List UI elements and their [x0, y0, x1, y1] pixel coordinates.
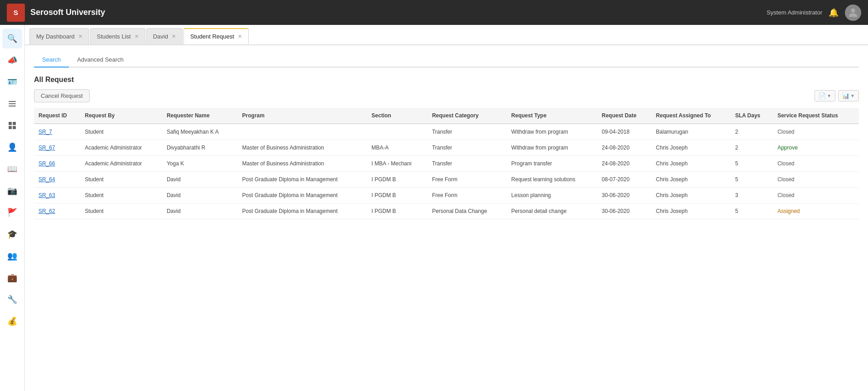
cell-status-5: Assigned	[773, 203, 859, 219]
pdf-caret-icon: ▼	[827, 93, 831, 98]
cell-sla-days-4: 3	[731, 188, 773, 203]
page-content: Search Advanced Search All Request Cance…	[25, 45, 868, 391]
sidebar-item-finance[interactable]: 💰	[2, 311, 22, 331]
request-id-link-0[interactable]: SR_7	[39, 129, 52, 135]
cell-request-id-0[interactable]: SR_7	[34, 124, 80, 140]
cell-status-0: Closed	[773, 124, 859, 140]
cell-request-category-4: Free Form	[428, 188, 507, 203]
tab-label-students-list: Students List	[97, 33, 131, 40]
table-row: SR_64 Student David Post Graduate Diplom…	[34, 172, 859, 188]
cell-status-1: Approve	[773, 140, 859, 156]
sidebar-item-graduate[interactable]: 🎓	[2, 224, 22, 244]
cell-request-date-2: 24-08-2020	[597, 156, 651, 172]
request-id-link-5[interactable]: SR_62	[39, 208, 55, 214]
cell-request-id-3[interactable]: SR_64	[34, 172, 80, 188]
cell-status-2: Closed	[773, 156, 859, 172]
cell-request-by-4: Student	[80, 188, 162, 203]
cell-request-id-1[interactable]: SR_67	[34, 140, 80, 156]
cancel-request-button[interactable]: Cancel Request	[34, 89, 90, 102]
cell-request-by-1: Academic Administrator	[80, 140, 162, 156]
cell-section-2: I MBA - Mechani	[367, 156, 428, 172]
tab-close-my-dashboard[interactable]: ✕	[78, 34, 82, 39]
cell-request-by-3: Student	[80, 172, 162, 188]
col-program: Program	[238, 108, 367, 124]
cell-request-id-4[interactable]: SR_63	[34, 188, 80, 203]
tab-search[interactable]: Search	[34, 53, 69, 68]
cell-request-date-4: 30-06-2020	[597, 188, 651, 203]
bell-icon[interactable]: 🔔	[829, 8, 839, 18]
tab-david[interactable]: David ✕	[146, 28, 183, 44]
svg-rect-8	[9, 126, 12, 129]
excel-export-button[interactable]: 📊 ▼	[838, 90, 859, 101]
app-logo[interactable]: S	[7, 4, 25, 22]
tab-student-request[interactable]: Student Request ✕	[183, 28, 249, 44]
cell-requester-name-0: Safiq Meeyakhan K A	[162, 124, 238, 140]
sidebar-item-briefcase[interactable]: 💼	[2, 268, 22, 288]
cell-program-3: Post Graduate Diploma in Management	[238, 172, 367, 188]
request-id-link-1[interactable]: SR_67	[39, 145, 55, 151]
request-id-link-4[interactable]: SR_63	[39, 192, 55, 198]
cell-sla-days-1: 2	[731, 140, 773, 156]
cell-request-category-2: Transfer	[428, 156, 507, 172]
pdf-export-button[interactable]: 📄 ▼	[815, 90, 835, 101]
cell-requester-name-4: David	[162, 188, 238, 203]
cell-request-id-5[interactable]: SR_62	[34, 203, 80, 219]
table-row: SR_63 Student David Post Graduate Diplom…	[34, 188, 859, 203]
sidebar-item-camera[interactable]: 📷	[2, 181, 22, 201]
cell-request-category-5: Personal Data Change	[428, 203, 507, 219]
svg-rect-5	[9, 106, 16, 106]
tab-advanced-search[interactable]: Advanced Search	[69, 53, 132, 68]
request-id-link-2[interactable]: SR_66	[39, 160, 55, 167]
tab-close-david[interactable]: ✕	[172, 34, 176, 39]
tab-close-student-request[interactable]: ✕	[238, 34, 242, 39]
sidebar-item-flag[interactable]: 🚩	[2, 203, 22, 222]
table-row: SR_66 Academic Administrator Yoga K Mast…	[34, 156, 859, 172]
cell-request-type-1: Withdraw from program	[507, 140, 598, 156]
cell-section-0	[367, 124, 428, 140]
sidebar-item-tools[interactable]: 🔧	[2, 290, 22, 309]
tab-label-my-dashboard: My Dashboard	[36, 33, 75, 40]
cell-request-category-0: Transfer	[428, 124, 507, 140]
sidebar-item-announcements[interactable]: 📣	[2, 50, 22, 70]
cell-sla-days-0: 2	[731, 124, 773, 140]
cell-status-4: Closed	[773, 188, 859, 203]
sidebar-item-grid[interactable]	[2, 116, 22, 135]
tab-my-dashboard[interactable]: My Dashboard ✕	[29, 28, 89, 44]
cell-assigned-to-3: Chris Joseph	[651, 172, 731, 188]
sidebar: 🔍 📣 🪪 👤 📖 📷 🚩 🎓 👥 💼 🔧 💰	[0, 25, 25, 391]
svg-rect-4	[9, 103, 16, 104]
cell-program-1: Master of Business Administration	[238, 140, 367, 156]
col-request-type: Request Type	[507, 108, 598, 124]
table-row: SR_62 Student David Post Graduate Diplom…	[34, 203, 859, 219]
avatar[interactable]	[845, 5, 861, 21]
excel-icon: 📊	[842, 92, 849, 99]
col-request-by: Request By	[80, 108, 162, 124]
cell-sla-days-3: 5	[731, 172, 773, 188]
sidebar-item-book[interactable]: 📖	[2, 159, 22, 179]
col-status: Service Request Status	[773, 108, 859, 124]
toolbar: Cancel Request 📄 ▼ 📊 ▼	[34, 89, 859, 102]
sidebar-item-list[interactable]	[2, 94, 22, 114]
main-layout: 🔍 📣 🪪 👤 📖 📷 🚩 🎓 👥 💼 🔧 💰 My Dashboard ✕ S…	[0, 25, 868, 391]
table-row: SR_67 Academic Administrator Divyabharat…	[34, 140, 859, 156]
request-id-link-3[interactable]: SR_64	[39, 176, 55, 183]
sidebar-item-users[interactable]: 👥	[2, 246, 22, 266]
cell-program-2: Master of Business Administration	[238, 156, 367, 172]
section-title: All Request	[34, 76, 859, 84]
tab-students-list[interactable]: Students List ✕	[90, 28, 145, 44]
cell-status-3: Closed	[773, 172, 859, 188]
tab-close-students-list[interactable]: ✕	[135, 34, 139, 39]
sidebar-item-person[interactable]: 👤	[2, 137, 22, 157]
search-tabs: Search Advanced Search	[34, 53, 859, 68]
cell-request-by-5: Student	[80, 203, 162, 219]
requests-table: Request ID Request By Requester Name Pro…	[34, 108, 859, 219]
sidebar-item-idcard[interactable]: 🪪	[2, 72, 22, 92]
tab-label-david: David	[153, 33, 168, 40]
svg-text:S: S	[14, 8, 18, 16]
svg-rect-3	[9, 101, 16, 102]
col-sla-days: SLA Days	[731, 108, 773, 124]
sidebar-item-search[interactable]: 🔍	[2, 29, 22, 48]
svg-rect-6	[9, 122, 12, 125]
cell-request-id-2[interactable]: SR_66	[34, 156, 80, 172]
col-section: Section	[367, 108, 428, 124]
